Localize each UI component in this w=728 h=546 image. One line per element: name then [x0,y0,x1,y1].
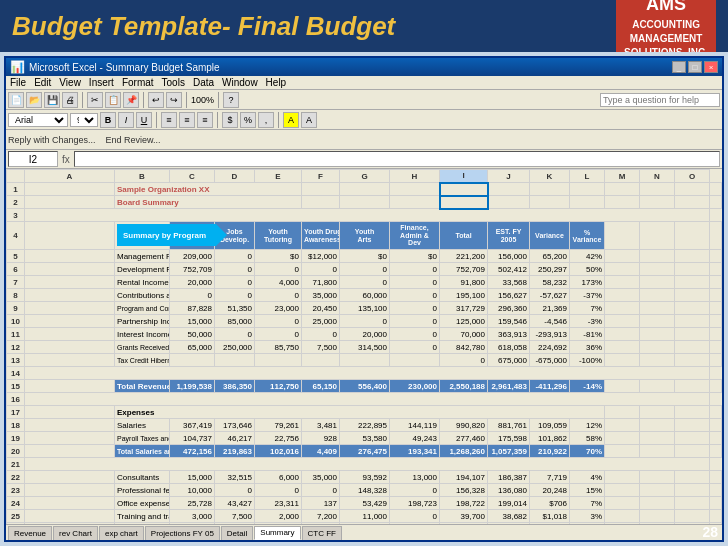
cell-b1[interactable]: Sample Organization XX [115,183,302,196]
cell-p25[interactable] [710,510,722,523]
cell-h9[interactable]: 0 [390,302,440,315]
cell-p4[interactable] [710,222,722,250]
cell-p5[interactable] [710,250,722,263]
cell-h7[interactable]: 0 [390,276,440,289]
cell-n1[interactable] [640,183,675,196]
cell-n10[interactable] [640,315,675,328]
tab-exp-chart[interactable]: exp chart [99,526,144,540]
cell-e22[interactable]: 6,000 [255,471,302,484]
cell-i7[interactable]: 91,800 [440,276,488,289]
cell-a8[interactable] [25,289,115,302]
cell-o25[interactable] [675,510,710,523]
cell-k9[interactable]: 21,369 [530,302,570,315]
cell-a1[interactable] [25,183,115,196]
cell-j23[interactable]: 136,080 [488,484,530,497]
cell-g9[interactable]: 135,100 [340,302,390,315]
formula-input[interactable] [74,151,720,167]
help-search[interactable] [600,93,720,107]
cell-g10[interactable]: 0 [340,315,390,328]
cell-g6[interactable]: 0 [340,263,390,276]
cell-l7[interactable]: 173% [570,276,605,289]
cell-k19[interactable]: 101,862 [530,432,570,445]
cell-p2[interactable] [710,196,722,209]
cell-c12[interactable]: 65,000 [170,341,215,354]
cell-g7[interactable]: 0 [340,276,390,289]
align-center-button[interactable]: ≡ [179,112,195,128]
cell-i8[interactable]: 195,100 [440,289,488,302]
font-color-button[interactable]: A [301,112,317,128]
font-family-select[interactable]: Arial [8,113,68,127]
menu-insert[interactable]: Insert [89,77,114,88]
menu-view[interactable]: View [59,77,81,88]
cell-p15[interactable] [710,380,722,393]
cell-j25[interactable]: 38,682 [488,510,530,523]
cell-a5[interactable] [25,250,115,263]
cell-d15[interactable]: 386,350 [215,380,255,393]
cell-e25[interactable]: 2,000 [255,510,302,523]
cell-c8[interactable]: 0 [170,289,215,302]
cell-h13[interactable] [390,354,440,367]
tab-revenue[interactable]: Revenue [8,526,52,540]
cell-d19[interactable]: 46,217 [215,432,255,445]
cell-g2[interactable] [340,196,390,209]
copy-button[interactable]: 📋 [105,92,121,108]
cell-g15[interactable]: 556,400 [340,380,390,393]
cell-k24[interactable]: $706 [530,497,570,510]
cell-i25[interactable]: 39,700 [440,510,488,523]
cell-m22[interactable] [605,471,640,484]
cell-n17[interactable] [640,406,675,419]
cell-m12[interactable] [605,341,640,354]
cell-n22[interactable] [640,471,675,484]
percent-button[interactable]: % [240,112,256,128]
cell-h25[interactable]: 0 [390,510,440,523]
paste-button[interactable]: 📌 [123,92,139,108]
cell-l18[interactable]: 12% [570,419,605,432]
cell-l2[interactable] [570,196,605,209]
close-button[interactable]: × [704,61,718,73]
cell-c15[interactable]: 1,199,538 [170,380,215,393]
menu-window[interactable]: Window [222,77,258,88]
cell-h20[interactable]: 193,341 [390,445,440,458]
cell-g12[interactable]: 314,500 [340,341,390,354]
menu-help[interactable]: Help [266,77,287,88]
cell-m5[interactable] [605,250,640,263]
cell-g20[interactable]: 276,475 [340,445,390,458]
cell-b7[interactable]: Rental Income [115,276,170,289]
cell-a15[interactable] [25,380,115,393]
bold-button[interactable]: B [100,112,116,128]
cell-p18[interactable] [710,419,722,432]
tab-detail[interactable]: Detail [221,526,253,540]
cell-n9[interactable] [640,302,675,315]
cell-g13[interactable] [340,354,390,367]
cell-b15[interactable]: Total Revenue [115,380,170,393]
cell-b12[interactable]: Grants Received/Released [115,341,170,354]
cell-j15[interactable]: 2,961,483 [488,380,530,393]
cell-e4[interactable]: YouthTutoring [255,222,302,250]
cell-m13[interactable] [605,354,640,367]
cell-f22[interactable]: 35,000 [302,471,340,484]
cell-d20[interactable]: 219,863 [215,445,255,458]
cell-f8[interactable]: 35,000 [302,289,340,302]
cell-o5[interactable] [675,250,710,263]
cell-j24[interactable]: 199,014 [488,497,530,510]
cell-k23[interactable]: 20,248 [530,484,570,497]
cell-o7[interactable] [675,276,710,289]
menu-data[interactable]: Data [193,77,214,88]
cell-a20[interactable] [25,445,115,458]
cell-c19[interactable]: 104,737 [170,432,215,445]
cell-n2[interactable] [640,196,675,209]
cell-i4[interactable]: Total [440,222,488,250]
cell-l15[interactable]: -14% [570,380,605,393]
cell-k10[interactable]: -4,546 [530,315,570,328]
cell-o18[interactable] [675,419,710,432]
cell-p6[interactable] [710,263,722,276]
open-button[interactable]: 📂 [26,92,42,108]
cell-d5[interactable]: 0 [215,250,255,263]
cell-e20[interactable]: 102,016 [255,445,302,458]
cell-j7[interactable]: 33,568 [488,276,530,289]
cell-j13[interactable]: 675,000 [488,354,530,367]
cell-f10[interactable]: 25,000 [302,315,340,328]
cell-a4[interactable] [25,222,115,250]
cell-n23[interactable] [640,484,675,497]
cell-c24[interactable]: 25,728 [170,497,215,510]
